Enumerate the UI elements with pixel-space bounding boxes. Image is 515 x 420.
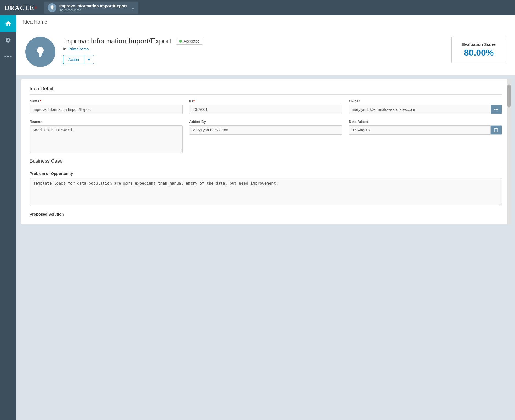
app-body: ••• Idea Home Improve Information Import… bbox=[0, 15, 515, 420]
main-content: Idea Home Improve Information Import/Exp… bbox=[16, 15, 515, 420]
idea-detail-section: Idea Detail Name* ID* bbox=[30, 86, 502, 153]
date-input[interactable] bbox=[349, 125, 491, 135]
top-bar-text: Improve Information Import/Export In: Pr… bbox=[59, 4, 127, 12]
scrollbar-track[interactable] bbox=[507, 79, 511, 224]
form-group-reason: Reason Good Path Forward. bbox=[30, 120, 183, 153]
sidebar-item-more[interactable]: ••• bbox=[0, 48, 16, 65]
eval-score-label: Evaluation Score bbox=[459, 42, 498, 47]
form-row-2: Reason Good Path Forward. Added By Date … bbox=[30, 120, 502, 153]
added-by-input[interactable] bbox=[189, 125, 342, 135]
idea-avatar bbox=[25, 37, 55, 67]
idea-icon bbox=[48, 3, 56, 12]
id-label: ID* bbox=[189, 99, 342, 103]
idea-detail-title: Idea Detail bbox=[30, 86, 502, 95]
sidebar-item-home[interactable] bbox=[0, 15, 16, 32]
business-case-section: Business Case Problem or Opportunity Tem… bbox=[30, 158, 502, 216]
breadcrumb: Idea Home bbox=[23, 19, 47, 25]
top-bar-subtitle: In: PrimeDemo bbox=[59, 8, 127, 12]
idea-header-wrapper: Improve Information Import/Export Accept… bbox=[16, 29, 515, 75]
top-bar-title-area[interactable]: Improve Information Import/Export In: Pr… bbox=[44, 2, 139, 14]
reason-textarea[interactable]: Good Path Forward. bbox=[30, 125, 183, 153]
date-added-label: Date Added bbox=[349, 120, 502, 124]
content-card: Idea Detail Name* ID* bbox=[21, 79, 511, 224]
idea-subtitle: In: PrimeDemo bbox=[63, 47, 444, 51]
home-icon bbox=[5, 20, 12, 27]
idea-title-row: Improve Information Import/Export Accept… bbox=[63, 37, 444, 45]
action-dropdown-button[interactable]: ▼ bbox=[84, 55, 94, 64]
svg-rect-1 bbox=[52, 9, 53, 9]
sidebar-item-settings[interactable] bbox=[0, 32, 16, 48]
calendar-icon bbox=[494, 128, 498, 132]
added-by-label: Added By bbox=[189, 120, 342, 124]
top-bar-title: Improve Information Import/Export bbox=[59, 4, 127, 8]
form-group-owner: Owner ••• bbox=[349, 99, 502, 114]
problem-label: Problem or Opportunity bbox=[30, 171, 502, 176]
idea-info: Improve Information Import/Export Accept… bbox=[63, 37, 444, 64]
id-input[interactable] bbox=[189, 105, 342, 114]
more-icon: ••• bbox=[4, 53, 12, 60]
scrollbar-thumb bbox=[507, 85, 511, 107]
owner-input[interactable] bbox=[349, 105, 491, 114]
chevron-down-icon[interactable]: ⌄ bbox=[131, 5, 135, 10]
svg-rect-4 bbox=[39, 56, 41, 57]
idea-title: Improve Information Import/Export bbox=[63, 37, 171, 45]
eval-score-value: 80.00% bbox=[459, 48, 498, 58]
form-group-name: Name* bbox=[30, 99, 183, 114]
gear-icon bbox=[5, 37, 11, 43]
reason-label: Reason bbox=[30, 120, 183, 124]
status-badge: Accepted bbox=[176, 38, 203, 45]
business-case-title: Business Case bbox=[30, 158, 502, 167]
id-required: * bbox=[193, 99, 195, 103]
problem-textarea[interactable]: Template loads for data population are m… bbox=[30, 178, 502, 205]
oracle-logo: ORACLE ® bbox=[4, 4, 37, 12]
owner-input-group: ••• bbox=[349, 105, 502, 114]
form-row-1: Name* ID* Owner ••• bbox=[30, 99, 502, 114]
svg-rect-2 bbox=[52, 10, 52, 10]
status-label: Accepted bbox=[183, 39, 199, 43]
project-link[interactable]: PrimeDemo bbox=[68, 47, 89, 51]
svg-rect-3 bbox=[39, 55, 42, 56]
lightbulb-icon bbox=[48, 1, 56, 15]
top-bar: ORACLE ® Improve Information Import/Expo… bbox=[0, 0, 515, 15]
owner-label: Owner bbox=[349, 99, 502, 103]
date-picker-button[interactable] bbox=[491, 125, 502, 135]
name-required: * bbox=[40, 99, 41, 103]
proposed-solution-label: Proposed Solution bbox=[30, 212, 502, 216]
form-group-added-by: Added By bbox=[189, 120, 342, 153]
action-button-group: Action ▼ bbox=[63, 55, 444, 64]
date-input-group bbox=[349, 125, 502, 135]
name-label: Name* bbox=[30, 99, 183, 103]
name-input[interactable] bbox=[30, 105, 183, 114]
status-dot bbox=[179, 40, 182, 43]
evaluation-score-box: Evaluation Score 80.00% bbox=[451, 37, 506, 63]
oracle-logo-text: ORACLE bbox=[4, 4, 34, 12]
form-group-date-added: Date Added bbox=[349, 120, 502, 153]
action-button[interactable]: Action bbox=[63, 55, 84, 64]
idea-avatar-icon bbox=[33, 44, 48, 60]
breadcrumb-bar: Idea Home bbox=[16, 15, 515, 29]
sidebar: ••• bbox=[0, 15, 16, 420]
in-label: In: bbox=[63, 47, 67, 51]
owner-lookup-button[interactable]: ••• bbox=[491, 105, 502, 114]
form-group-id: ID* bbox=[189, 99, 342, 114]
